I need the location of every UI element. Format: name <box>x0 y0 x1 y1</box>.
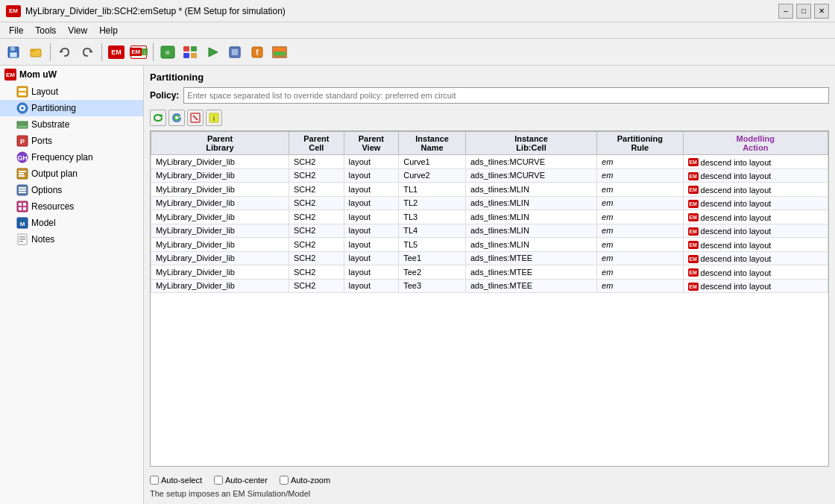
cell-parent-cell: SCH2 <box>289 210 344 224</box>
auto-select-checkbox[interactable]: Auto-select <box>150 476 202 485</box>
partitioning-icon <box>16 102 28 114</box>
cell-parent-view: layout <box>344 251 399 265</box>
cell-instance-name: TL4 <box>399 224 466 238</box>
partitioning-table[interactable]: ParentLibrary ParentCell ParentView Inst… <box>150 130 829 467</box>
open-button[interactable] <box>25 42 46 63</box>
menu-file[interactable]: File <box>3 24 29 37</box>
auto-zoom-input[interactable] <box>280 476 289 485</box>
stop-button[interactable] <box>187 110 204 126</box>
refresh2-button[interactable] <box>168 110 185 126</box>
table-row[interactable]: MyLibrary_Divider_lib SCH2 layout TL1 ad… <box>151 183 828 197</box>
cell-instance-name: Tee2 <box>399 265 466 280</box>
table-row[interactable]: MyLibrary_Divider_lib SCH2 layout TL4 ad… <box>151 224 828 238</box>
cell-action: EM descend into layout <box>683 168 828 183</box>
table-row[interactable]: MyLibrary_Divider_lib SCH2 layout Tee3 a… <box>151 279 828 293</box>
cell-instance-name: TL3 <box>399 210 466 224</box>
info-button[interactable]: i <box>206 110 222 126</box>
cell-instance-libcell: ads_tlines:MTEE <box>465 251 596 265</box>
svg-rect-35 <box>19 171 26 172</box>
table-row[interactable]: MyLibrary_Divider_lib SCH2 layout TL3 ad… <box>151 210 828 224</box>
tool-multiband-button[interactable] <box>269 42 290 63</box>
cell-part-rule: em <box>597 155 683 169</box>
tool-box-button[interactable] <box>224 42 245 63</box>
table-row[interactable]: MyLibrary_Divider_lib SCH2 layout Curve2… <box>151 168 828 183</box>
col-instance-libcell: InstanceLib:Cell <box>465 132 596 155</box>
svg-rect-46 <box>23 207 26 210</box>
refresh-button[interactable] <box>150 110 166 126</box>
cell-parent-library: MyLibrary_Divider_lib <box>151 238 289 252</box>
tool-run-button[interactable] <box>202 42 223 63</box>
cell-parent-cell: SCH2 <box>289 279 344 293</box>
frequency-plan-icon: GH <box>16 151 28 163</box>
cell-part-rule: em <box>597 238 683 252</box>
auto-center-checkbox[interactable]: Auto-center <box>214 476 268 485</box>
cell-parent-view: layout <box>344 238 399 252</box>
cell-parent-cell: SCH2 <box>289 224 344 238</box>
auto-center-input[interactable] <box>214 476 223 485</box>
save-button[interactable] <box>3 42 24 63</box>
table-row[interactable]: MyLibrary_Divider_lib SCH2 layout TL2 ad… <box>151 196 828 210</box>
sidebar-item-frequency-plan[interactable]: GH Frequency plan <box>0 149 143 166</box>
sidebar-item-notes[interactable]: Notes <box>0 231 143 248</box>
cell-part-rule: em <box>597 265 683 280</box>
menu-view[interactable]: View <box>62 24 93 37</box>
policy-label: Policy: <box>150 90 179 101</box>
minimize-button[interactable]: – <box>778 4 793 19</box>
sidebar-label-model: Model <box>31 218 56 228</box>
sidebar-item-layout[interactable]: Layout <box>0 84 143 100</box>
maximize-button[interactable]: □ <box>796 4 811 19</box>
sidebar-header-label: Mom uW <box>19 69 57 80</box>
table-row[interactable]: MyLibrary_Divider_lib SCH2 layout TL5 ad… <box>151 238 828 252</box>
redo-button[interactable] <box>77 42 98 63</box>
cell-instance-name: TL2 <box>399 196 466 210</box>
cell-parent-view: layout <box>344 155 399 169</box>
sidebar-item-options[interactable]: Options <box>0 182 143 198</box>
auto-select-input[interactable] <box>150 476 159 485</box>
cell-instance-libcell: ads_tlines:MLIN <box>465 238 596 252</box>
svg-text:P: P <box>20 138 25 145</box>
svg-rect-2 <box>10 52 17 57</box>
svg-text:≡: ≡ <box>166 48 170 57</box>
svg-point-27 <box>21 107 24 110</box>
sidebar-item-substrate[interactable]: Substrate <box>0 116 143 133</box>
svg-rect-41 <box>19 192 26 193</box>
sidebar-item-partitioning[interactable]: Partitioning <box>0 100 143 116</box>
cell-parent-library: MyLibrary_Divider_lib <box>151 265 289 280</box>
svg-rect-28 <box>17 122 28 125</box>
sidebar-item-output-plan[interactable]: Output plan <box>0 166 143 182</box>
cell-parent-library: MyLibrary_Divider_lib <box>151 224 289 238</box>
tool-multicolor-button[interactable] <box>180 42 201 63</box>
sidebar-label-layout: Layout <box>31 86 58 97</box>
svg-rect-20 <box>274 48 286 51</box>
auto-zoom-checkbox[interactable]: Auto-zoom <box>280 476 330 485</box>
table-row[interactable]: MyLibrary_Divider_lib SCH2 layout Tee2 a… <box>151 265 828 280</box>
toolbar: EM EM ↓ ≡ f <box>0 39 835 66</box>
em-run-button[interactable]: EM ↓ <box>128 42 149 63</box>
close-button[interactable]: ✕ <box>814 4 829 19</box>
em-setup-button[interactable]: EM <box>106 42 127 63</box>
undo-button[interactable] <box>54 42 75 63</box>
svg-rect-37 <box>19 175 25 177</box>
svg-rect-21 <box>274 52 286 55</box>
table-row[interactable]: MyLibrary_Divider_lib SCH2 layout Tee1 a… <box>151 251 828 265</box>
cell-instance-name: TL5 <box>399 238 466 252</box>
svg-rect-43 <box>19 203 22 206</box>
sidebar-item-ports[interactable]: P Ports <box>0 133 143 149</box>
output-plan-icon <box>16 168 28 180</box>
sidebar-item-resources[interactable]: Resources <box>0 198 143 215</box>
main-layout: EM Mom uW Layout Partitioning Substrate … <box>0 66 835 504</box>
tool-orange-button[interactable]: f <box>247 42 268 63</box>
policy-input[interactable] <box>183 87 829 104</box>
auto-center-label: Auto-center <box>225 476 268 485</box>
cell-parent-view: layout <box>344 224 399 238</box>
table-row[interactable]: MyLibrary_Divider_lib SCH2 layout Curve1… <box>151 155 828 169</box>
menu-help[interactable]: Help <box>93 24 124 37</box>
cell-part-rule: em <box>597 196 683 210</box>
tool-green-button[interactable]: ≡ <box>157 42 178 63</box>
cell-instance-name: Curve2 <box>399 168 466 183</box>
cell-part-rule: em <box>597 224 683 238</box>
cell-parent-library: MyLibrary_Divider_lib <box>151 168 289 183</box>
sidebar-item-model[interactable]: M Model <box>0 215 143 231</box>
menu-tools[interactable]: Tools <box>29 24 62 37</box>
col-partitioning-rule: PartitioningRule <box>597 132 683 155</box>
